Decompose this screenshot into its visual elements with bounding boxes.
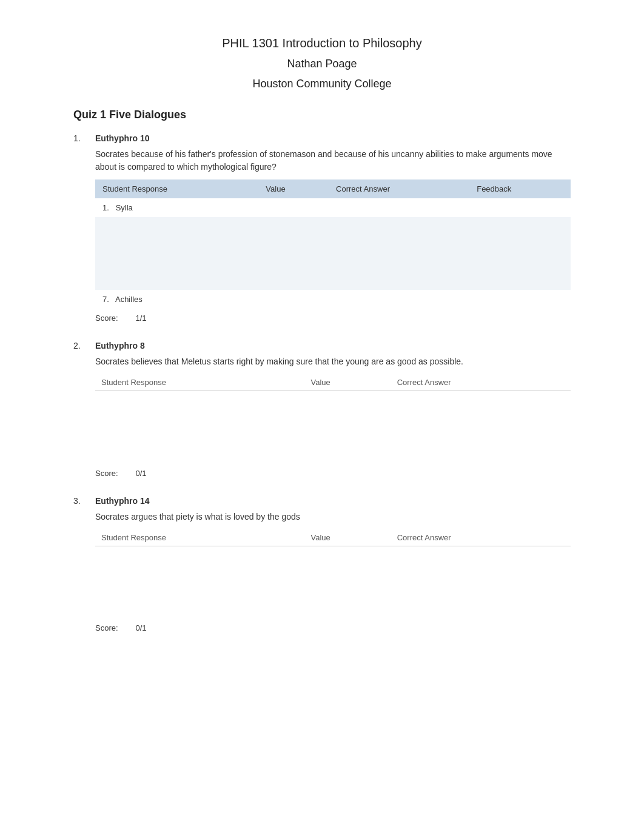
col-student-response-1: Student Response xyxy=(95,179,258,198)
col-value-2: Value xyxy=(304,374,391,391)
correct-answer-cell xyxy=(329,198,469,217)
table-row: 7. Achilles xyxy=(95,290,571,309)
score-value-1: 1/1 xyxy=(135,314,146,323)
score-value-2: 0/1 xyxy=(135,469,146,478)
col-correct-answer-2: Correct Answer xyxy=(391,374,571,391)
question-number-row-1: 1. Euthyphro 10 xyxy=(73,133,571,143)
response-cell xyxy=(95,217,571,290)
score-label-1: Score: xyxy=(95,314,118,323)
value-cell xyxy=(258,290,329,309)
answer-table-3: Student Response Value Correct Answer xyxy=(95,529,571,619)
question-text-1: Socrates because of his father's profess… xyxy=(95,148,571,173)
value-cell xyxy=(304,546,391,619)
question-block-1: 1. Euthyphro 10 Socrates because of his … xyxy=(73,133,571,323)
table-row: 1. Sylla xyxy=(95,198,571,217)
table-row xyxy=(95,546,571,619)
feedback-cell xyxy=(469,198,571,217)
correct-answer-cell xyxy=(391,546,571,619)
response-cell xyxy=(95,391,304,464)
score-value-3: 0/1 xyxy=(135,623,146,632)
answer-table-2: Student Response Value Correct Answer xyxy=(95,374,571,464)
col-student-response-3: Student Response xyxy=(95,529,304,546)
feedback-cell xyxy=(469,290,571,309)
quiz-title: Quiz 1 Five Dialogues xyxy=(73,109,571,121)
question-number-row-3: 3. Euthyphro 14 xyxy=(73,496,571,506)
question-label-1: Euthyphro 10 xyxy=(95,133,149,143)
course-title: PHIL 1301 Introduction to Philosophy xyxy=(73,36,571,50)
correct-answer-cell xyxy=(329,290,469,309)
institution-name: Houston Community College xyxy=(73,78,571,90)
question-block-2: 2. Euthyphro 8 Socrates believes that Me… xyxy=(73,341,571,478)
score-row-3: Score: 0/1 xyxy=(95,623,571,632)
response-cell xyxy=(95,546,304,619)
question-number-2: 2. xyxy=(73,341,92,350)
response-cell: 1. Sylla xyxy=(95,198,258,217)
value-cell xyxy=(258,198,329,217)
question-inner-2: Student Response Value Correct Answer xyxy=(95,374,571,464)
page-container: PHIL 1301 Introduction to Philosophy Nat… xyxy=(49,0,595,687)
score-label-3: Score: xyxy=(95,623,118,632)
header-section: PHIL 1301 Introduction to Philosophy Nat… xyxy=(73,36,571,90)
col-value-1: Value xyxy=(258,179,329,198)
score-row-1: Score: 1/1 xyxy=(95,314,571,323)
question-number-3: 3. xyxy=(73,496,92,506)
question-number-row-2: 2. Euthyphro 8 xyxy=(73,341,571,350)
col-feedback-1: Feedback xyxy=(469,179,571,198)
col-correct-answer-1: Correct Answer xyxy=(329,179,469,198)
table-row xyxy=(95,391,571,464)
question-text-3: Socrates argues that piety is what is lo… xyxy=(95,511,571,523)
correct-answer-cell xyxy=(391,391,571,464)
value-cell xyxy=(304,391,391,464)
response-cell: 7. Achilles xyxy=(95,290,258,309)
question-text-2: Socrates believes that Meletus starts ri… xyxy=(95,355,571,368)
question-inner-3: Student Response Value Correct Answer xyxy=(95,529,571,619)
question-label-3: Euthyphro 14 xyxy=(95,496,149,506)
score-row-2: Score: 0/1 xyxy=(95,469,571,478)
question-label-2: Euthyphro 8 xyxy=(95,341,145,350)
col-student-response-2: Student Response xyxy=(95,374,304,391)
instructor-name: Nathan Poage xyxy=(73,58,571,70)
table-row xyxy=(95,217,571,290)
question-number-1: 1. xyxy=(73,133,92,143)
col-value-3: Value xyxy=(304,529,391,546)
col-correct-answer-3: Correct Answer xyxy=(391,529,571,546)
score-label-2: Score: xyxy=(95,469,118,478)
answer-table-1: Student Response Value Correct Answer Fe… xyxy=(95,179,571,309)
question-block-3: 3. Euthyphro 14 Socrates argues that pie… xyxy=(73,496,571,633)
